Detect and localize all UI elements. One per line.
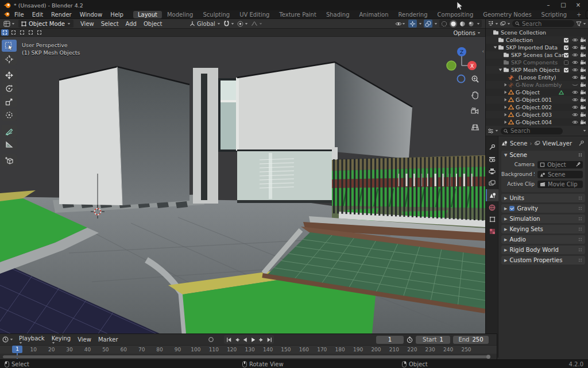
tool-measure-button[interactable] [2, 138, 17, 150]
menu-file[interactable]: File [10, 11, 28, 18]
camera-visibility-icon[interactable] [580, 112, 586, 117]
menu-edit[interactable]: Edit [28, 11, 47, 18]
frame-start-field[interactable]: Start 1 [416, 336, 450, 344]
scene-selector[interactable]: Scene × [586, 10, 588, 18]
eye-open-icon[interactable] [572, 105, 578, 110]
camera-visibility-icon[interactable] [580, 82, 586, 87]
panel-gravity[interactable]: ▶Gravity [501, 204, 585, 213]
eye-open-icon[interactable] [572, 45, 578, 50]
shading-material-button[interactable] [459, 21, 466, 27]
properties-tab-viewlayer[interactable] [486, 177, 498, 189]
viewport-menu-select[interactable]: Select [98, 20, 122, 28]
properties-tab-render[interactable] [486, 153, 498, 165]
tool-rotate-button[interactable] [2, 82, 17, 94]
previous-keyframe-button[interactable] [233, 336, 241, 343]
camera-visibility-icon[interactable] [580, 45, 586, 50]
snapping-control[interactable] [223, 21, 234, 27]
overlays-toggle[interactable] [424, 20, 432, 28]
eye-open-icon[interactable] [572, 90, 578, 95]
properties-editor-button[interactable] [488, 128, 498, 134]
tool-scale-button[interactable] [2, 95, 17, 108]
scene-panel-header[interactable]: ▼ Scene [501, 151, 585, 159]
outliner-row-loose-entity[interactable]: _(Loose Entity) [486, 74, 588, 81]
chevron-down-icon[interactable] [583, 129, 586, 132]
properties-tab-output[interactable] [486, 165, 498, 177]
panel-units[interactable]: ▶Units [501, 194, 585, 202]
panel-keying-sets[interactable]: ▶Keying Sets [501, 225, 585, 233]
camera-visibility-icon[interactable] [580, 37, 586, 43]
tool-add-cube-button[interactable] [2, 154, 17, 166]
select-mode-intersect-button[interactable] [36, 29, 43, 36]
playhead-current-frame[interactable]: 1 [12, 346, 22, 353]
eye-closed-icon[interactable] [572, 82, 578, 87]
viewport-3d[interactable]: Options User Perspective (1) SKP Mesh Ob… [0, 29, 485, 334]
properties-tab-texture[interactable] [486, 225, 498, 237]
panel-simulation[interactable]: ▶Simulation [501, 214, 585, 223]
camera-visibility-icon[interactable] [580, 120, 586, 125]
perspective-toggle-button[interactable] [469, 121, 481, 133]
pan-hand-button[interactable] [469, 89, 481, 101]
auto-keying-toggle[interactable] [208, 336, 214, 343]
editor-type-button[interactable] [2, 20, 16, 28]
workspace-tab-layout[interactable]: Layout [133, 11, 162, 18]
outliner-row-skp-imported-data[interactable]: SKP Imported Data [486, 44, 588, 51]
timeline-menu-view[interactable]: View [74, 336, 95, 343]
exclude-checkbox[interactable] [564, 45, 568, 50]
tool-transform-button[interactable] [2, 109, 17, 121]
eye-open-icon[interactable] [572, 67, 578, 72]
proportional-editing-control[interactable] [237, 21, 248, 27]
timeline-menu-keying[interactable]: Keying [48, 335, 75, 345]
viewport-menu-object[interactable]: Object [140, 20, 166, 28]
camera-visibility-icon[interactable] [580, 75, 586, 80]
workspace-tab-modeling[interactable]: Modeling [163, 11, 198, 18]
outliner-row-skp-mesh-objects[interactable]: SKP Mesh Objects [486, 66, 588, 74]
minimize-button[interactable]: – [541, 1, 556, 10]
breadcrumb-scene[interactable]: Scene [510, 140, 528, 147]
falloff-control[interactable] [251, 21, 262, 26]
tool-move-button[interactable] [2, 69, 17, 81]
eye-open-icon[interactable] [572, 52, 578, 57]
field-input-background-s[interactable]: Scene [537, 171, 583, 178]
camera-visibility-icon[interactable] [580, 60, 586, 65]
next-keyframe-button[interactable] [257, 336, 265, 343]
camera-visibility-icon[interactable] [580, 67, 586, 72]
camera-visibility-icon[interactable] [580, 52, 586, 57]
tool-cursor-button[interactable] [2, 53, 17, 65]
options-dropdown[interactable]: Options [453, 29, 481, 36]
panel-audio[interactable]: ▶Audio [501, 235, 585, 244]
tool-select-box-button[interactable] [2, 40, 17, 52]
workspace-tab-rendering[interactable]: Rendering [393, 11, 432, 18]
camera-visibility-icon[interactable] [580, 90, 586, 95]
outliner-row-collection[interactable]: Collection [486, 36, 588, 44]
panel-custom-properties[interactable]: ▶Custom Properties [501, 256, 585, 264]
gizmos-toggle[interactable] [408, 20, 417, 28]
select-mode-extend-button[interactable] [10, 29, 17, 36]
eye-open-icon[interactable] [572, 60, 578, 65]
outliner-row-g-object-002[interactable]: G-Object.002 [486, 103, 588, 111]
workspace-tab-shading[interactable]: Shading [322, 11, 354, 18]
eye-open-icon[interactable] [572, 97, 578, 102]
properties-search-input[interactable]: Search [501, 128, 563, 135]
workspace-tab-sculpting[interactable]: Sculpting [198, 11, 234, 18]
blender-menu-icon[interactable] [3, 12, 10, 17]
properties-tab-tool[interactable] [486, 141, 498, 153]
play-reverse-button[interactable] [241, 336, 249, 343]
eye-open-icon[interactable] [572, 75, 578, 80]
timeline-ruler[interactable]: 1102030405060708090100110120130140150160… [0, 345, 497, 354]
timeline-editor-button[interactable] [2, 336, 13, 343]
workspace-tab-geometry-nodes[interactable]: Geometry Nodes [478, 11, 536, 18]
frame-end-field[interactable]: End 250 [453, 336, 489, 344]
field-input-camera[interactable]: Object [537, 161, 583, 168]
camera-visibility-icon[interactable] [580, 97, 586, 102]
orientation-selector[interactable]: Global [189, 21, 220, 27]
field-input-active-clip[interactable]: Movie Clip [537, 181, 583, 188]
outliner-editor-button[interactable] [488, 21, 498, 26]
properties-tab-scene[interactable] [486, 189, 498, 201]
outliner-row-g-object-003[interactable]: G-Object.003 [486, 111, 588, 118]
eye-open-icon[interactable] [572, 37, 578, 43]
panel-rigid-body-world[interactable]: ▶Rigid Body World [501, 246, 585, 254]
outliner-display-mode-button[interactable] [500, 21, 510, 26]
current-frame-field[interactable]: 1 [376, 336, 404, 344]
timeline-menu-marker[interactable]: Marker [95, 336, 122, 343]
jump-to-end-button[interactable] [265, 336, 273, 343]
